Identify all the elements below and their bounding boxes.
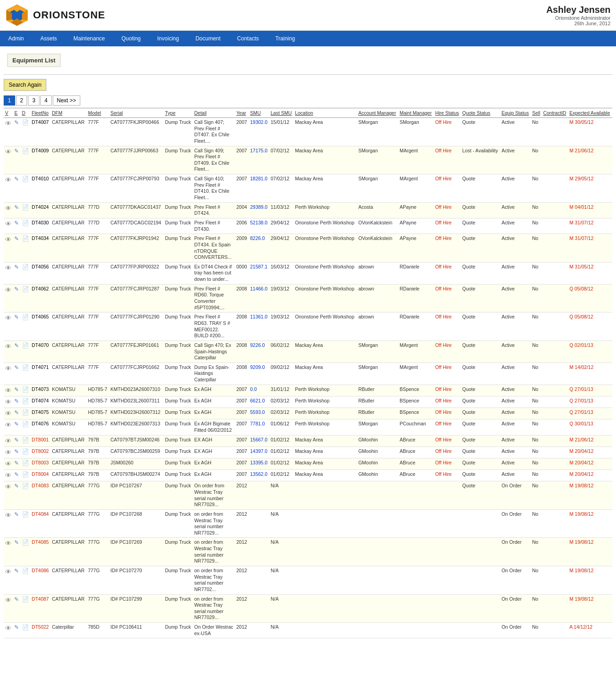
edit-icon[interactable]: ✎ [14, 176, 19, 182]
edit-icon[interactable]: ✎ [14, 398, 19, 404]
col-header-location[interactable]: Location [294, 108, 357, 118]
view-icon[interactable]: 👁 [5, 437, 11, 445]
nav-item-maintenance[interactable]: Maintenance [65, 31, 113, 46]
edit-icon[interactable]: ✎ [14, 483, 19, 489]
edit-icon[interactable]: ✎ [14, 148, 19, 154]
view-icon[interactable]: 👁 [5, 512, 11, 519]
edit-icon[interactable]: ✎ [14, 386, 19, 393]
doc-icon[interactable]: 📄 [22, 596, 29, 603]
view-icon[interactable]: 👁 [5, 264, 11, 272]
hire-status-link[interactable]: Off Hire [435, 314, 452, 319]
col-header-contractid[interactable]: ContractID [542, 108, 568, 118]
hire-status-link[interactable]: Off Hire [435, 148, 452, 153]
col-header-equip-status[interactable]: Equip Status [500, 108, 531, 118]
hire-status-link[interactable]: Off Hire [435, 471, 452, 477]
col-header-detail[interactable]: Detail [193, 108, 235, 118]
hire-status-link[interactable]: Off Hire [435, 460, 452, 465]
col-header-year[interactable]: Year [235, 108, 249, 118]
hire-status-link[interactable]: Off Hire [435, 437, 452, 442]
edit-icon[interactable]: ✎ [14, 596, 19, 603]
smu-link[interactable]: 17175.0 [250, 148, 267, 153]
doc-icon[interactable]: 📄 [22, 286, 29, 292]
col-header-smu[interactable]: SMU [249, 108, 269, 118]
hire-status-link[interactable]: Off Hire [435, 286, 452, 291]
edit-icon[interactable]: ✎ [14, 314, 19, 320]
col-header-quote-status[interactable]: Quote Status [461, 108, 500, 118]
view-icon[interactable]: 👁 [5, 483, 11, 491]
smu-link[interactable]: 9226.0 [250, 342, 265, 348]
hire-status-link[interactable]: Off Hire [435, 176, 452, 181]
smu-link[interactable]: 11466.0 [250, 286, 267, 291]
nav-item-document[interactable]: Document [187, 31, 229, 46]
smu-link[interactable]: 18281.0 [250, 176, 267, 181]
doc-icon[interactable]: 📄 [22, 386, 29, 393]
view-icon[interactable]: 👁 [5, 387, 11, 394]
hire-status-link[interactable]: Off Hire [435, 409, 452, 415]
smu-link[interactable]: 8226.0 [250, 235, 265, 241]
smu-link[interactable]: 19302.0 [250, 119, 267, 125]
smu-link[interactable]: 29389.0 [250, 204, 267, 210]
page-button-4[interactable]: 4 [40, 95, 52, 106]
view-icon[interactable]: 👁 [5, 597, 11, 604]
col-header-e[interactable]: E [13, 108, 20, 118]
smu-link[interactable]: 11361.0 [250, 314, 267, 319]
smu-link[interactable]: 5593.0 [250, 409, 265, 415]
view-icon[interactable]: 👁 [5, 314, 11, 322]
hire-status-link[interactable]: Off Hire [435, 398, 452, 403]
edit-icon[interactable]: ✎ [14, 511, 19, 518]
doc-icon[interactable]: 📄 [22, 624, 29, 631]
view-icon[interactable]: 👁 [5, 176, 11, 184]
col-header-type[interactable]: Type [164, 108, 193, 118]
smu-link[interactable]: 15667.0 [250, 437, 267, 442]
doc-icon[interactable]: 📄 [22, 264, 29, 270]
hire-status-link[interactable]: Off Hire [435, 204, 452, 210]
edit-icon[interactable]: ✎ [14, 204, 19, 211]
view-icon[interactable]: 👁 [5, 365, 11, 372]
view-icon[interactable]: 👁 [5, 421, 11, 429]
doc-icon[interactable]: 📄 [22, 409, 29, 416]
view-icon[interactable]: 👁 [5, 410, 11, 417]
view-icon[interactable]: 👁 [5, 460, 11, 468]
edit-icon[interactable]: ✎ [14, 235, 19, 242]
doc-icon[interactable]: 📄 [22, 220, 29, 226]
hire-status-link[interactable]: Off Hire [435, 119, 452, 125]
view-icon[interactable]: 👁 [5, 286, 11, 294]
edit-icon[interactable]: ✎ [14, 460, 19, 466]
view-icon[interactable]: 👁 [5, 449, 11, 456]
edit-icon[interactable]: ✎ [14, 342, 19, 349]
view-icon[interactable]: 👁 [5, 220, 11, 228]
hire-status-link[interactable]: Off Hire [435, 448, 452, 454]
nav-item-assets[interactable]: Assets [32, 31, 65, 46]
doc-icon[interactable]: 📄 [22, 437, 29, 443]
edit-icon[interactable]: ✎ [14, 220, 19, 226]
edit-icon[interactable]: ✎ [14, 119, 19, 126]
col-header-dfm[interactable]: DFM [50, 108, 87, 118]
smu-link[interactable]: 13562.0 [250, 471, 267, 477]
hire-status-link[interactable]: Off Hire [435, 220, 452, 225]
col-header-d[interactable]: D [21, 108, 30, 118]
hire-status-link[interactable]: Off Hire [435, 235, 452, 241]
edit-icon[interactable]: ✎ [14, 624, 19, 631]
view-icon[interactable]: 👁 [5, 120, 11, 127]
doc-icon[interactable]: 📄 [22, 460, 29, 466]
doc-icon[interactable]: 📄 [22, 235, 29, 242]
page-button-2[interactable]: 2 [16, 95, 28, 106]
doc-icon[interactable]: 📄 [22, 471, 29, 478]
smu-link[interactable]: 21587.1 [250, 264, 267, 269]
edit-icon[interactable]: ✎ [14, 568, 19, 574]
hire-status-link[interactable]: Off Hire [435, 342, 452, 348]
smu-link[interactable]: 9209.0 [250, 364, 265, 370]
hire-status-link[interactable]: Off Hire [435, 264, 452, 269]
col-header-account-manager[interactable]: Account Manager [357, 108, 398, 118]
doc-icon[interactable]: 📄 [22, 398, 29, 404]
doc-icon[interactable]: 📄 [22, 483, 29, 489]
edit-icon[interactable]: ✎ [14, 264, 19, 270]
col-header-last-smu[interactable]: Last SMU [269, 108, 294, 118]
next-button[interactable]: Next >> [53, 95, 80, 106]
edit-icon[interactable]: ✎ [14, 448, 19, 455]
view-icon[interactable]: 👁 [5, 540, 11, 547]
edit-icon[interactable]: ✎ [14, 437, 19, 443]
col-header-expected-available[interactable]: Expected Available [568, 108, 612, 118]
doc-icon[interactable]: 📄 [22, 342, 29, 349]
nav-item-contacts[interactable]: Contacts [229, 31, 267, 46]
